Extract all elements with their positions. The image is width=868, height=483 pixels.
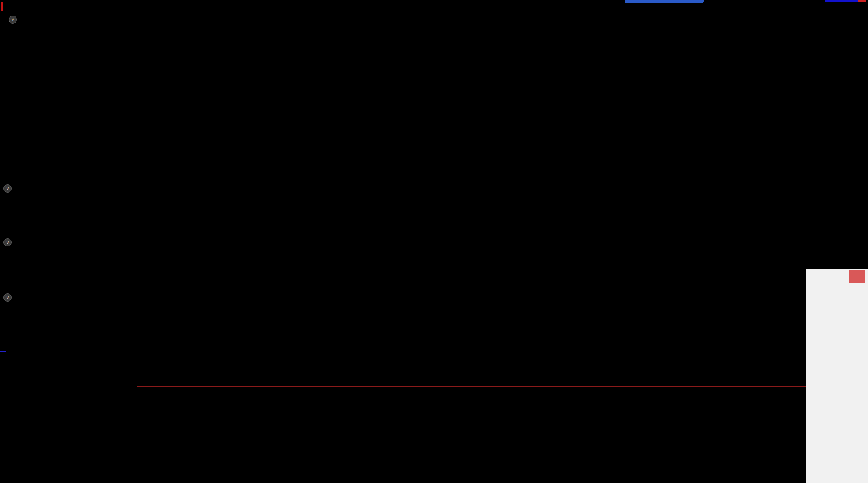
trading-terminal-window: ∨ ∨ ∨ ∨ (0, 0, 868, 483)
main-chart-canvas[interactable] (0, 0, 868, 483)
top-right-red-fragment (857, 0, 866, 2)
kdj-panel-header: ∨ (3, 293, 18, 302)
macd-panel-header: ∨ (3, 238, 18, 246)
chevron-down-icon[interactable]: ∨ (3, 293, 12, 302)
danmaku-marquee (137, 373, 868, 387)
overlapping-window-fragment (625, 0, 704, 3)
volume-panel-header: ∨ (3, 184, 18, 193)
chart-title-row: ∨ (5, 16, 17, 24)
chevron-down-icon[interactable]: ∨ (9, 16, 17, 24)
period-toolbar (0, 0, 868, 13)
close-icon[interactable] (849, 270, 865, 283)
chevron-down-icon[interactable]: ∨ (3, 238, 12, 246)
indicator-tab-strip (1, 361, 867, 371)
cursor-date-label (0, 351, 6, 352)
left-accent-bar (1, 2, 3, 11)
current-price-badge (825, 0, 858, 2)
chevron-down-icon[interactable]: ∨ (3, 184, 12, 193)
quote-table-header (0, 388, 829, 402)
time-axis (0, 351, 868, 360)
drawing-tools-panel (806, 269, 868, 483)
